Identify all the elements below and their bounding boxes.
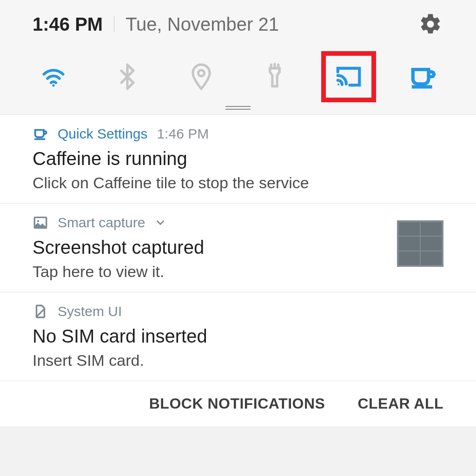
notification-header: System UI: [33, 304, 443, 319]
bluetooth-tile[interactable]: [106, 56, 148, 98]
location-tile[interactable]: [180, 56, 222, 98]
flashlight-icon: [260, 62, 289, 91]
quick-settings-panel: 1:46 PM Tue, November 21: [0, 0, 476, 114]
handle-bar-icon: [225, 106, 251, 110]
notification-title: Caffeine is running: [33, 148, 443, 169]
clock-time[interactable]: 1:46 PM: [33, 15, 103, 33]
clear-all-button[interactable]: Clear All: [357, 395, 443, 412]
notification-screenshot[interactable]: Smart capture Screenshot captured Tap he…: [0, 204, 476, 292]
app-name: Quick Settings: [58, 126, 147, 142]
svg-point-1: [198, 70, 204, 76]
notification-title: Screenshot captured: [33, 237, 383, 258]
image-icon: [33, 215, 48, 231]
block-notifications-button[interactable]: Block Notifications: [149, 395, 325, 412]
notification-body: Tap here to view it.: [33, 263, 383, 281]
notification-body: Insert SIM card.: [33, 351, 443, 370]
bluetooth-icon: [113, 62, 142, 91]
gear-icon: [418, 12, 443, 36]
app-name: System UI: [58, 304, 122, 319]
coffee-icon: [33, 126, 48, 142]
notification-footer: Block Notifications Clear All: [0, 381, 476, 426]
cast-tile[interactable]: [328, 56, 370, 98]
notification-title: No SIM card inserted: [33, 326, 443, 347]
clock-date[interactable]: Tue, November 21: [126, 15, 279, 33]
time-date-group: 1:46 PM Tue, November 21: [33, 15, 279, 33]
svg-line-10: [37, 309, 45, 317]
notification-caffeine[interactable]: Quick Settings 1:46 PM Caffeine is runni…: [0, 115, 476, 203]
highlight-box: [321, 51, 376, 102]
drag-handle[interactable]: [33, 106, 443, 114]
svg-point-0: [52, 84, 54, 86]
chevron-down-icon[interactable]: [154, 217, 166, 229]
settings-button[interactable]: [417, 11, 443, 37]
svg-point-9: [37, 220, 40, 222]
coffee-icon: [408, 62, 437, 91]
notification-header: Smart capture: [33, 215, 383, 231]
notification-sim[interactable]: System UI No SIM card inserted Insert SI…: [0, 292, 476, 381]
wifi-icon: [39, 62, 68, 91]
location-icon: [187, 62, 216, 91]
wifi-tile[interactable]: [33, 56, 74, 98]
sim-icon: [33, 304, 48, 319]
status-header: 1:46 PM Tue, November 21: [33, 11, 443, 37]
flashlight-tile[interactable]: [254, 56, 296, 98]
separator: [114, 16, 114, 33]
notification-body: Click on Caffeine tile to stop the servi…: [33, 174, 443, 192]
caffeine-tile[interactable]: [402, 56, 443, 98]
quick-tiles-row: [33, 56, 443, 106]
app-name: Smart capture: [58, 215, 145, 231]
screenshot-thumbnail[interactable]: [397, 220, 443, 267]
notification-time: 1:46 PM: [157, 126, 209, 142]
notification-header: Quick Settings 1:46 PM: [33, 126, 443, 142]
